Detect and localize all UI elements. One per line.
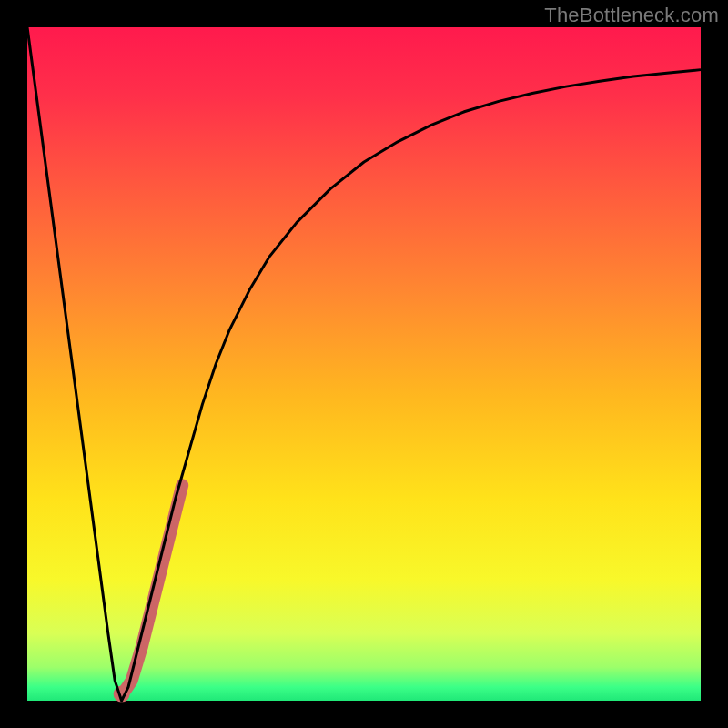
bottleneck-curve	[27, 27, 701, 701]
plot-area	[27, 27, 701, 701]
chart-frame: TheBottleneck.com	[0, 0, 728, 728]
watermark-text: TheBottleneck.com	[544, 4, 719, 27]
chart-svg	[27, 27, 701, 701]
